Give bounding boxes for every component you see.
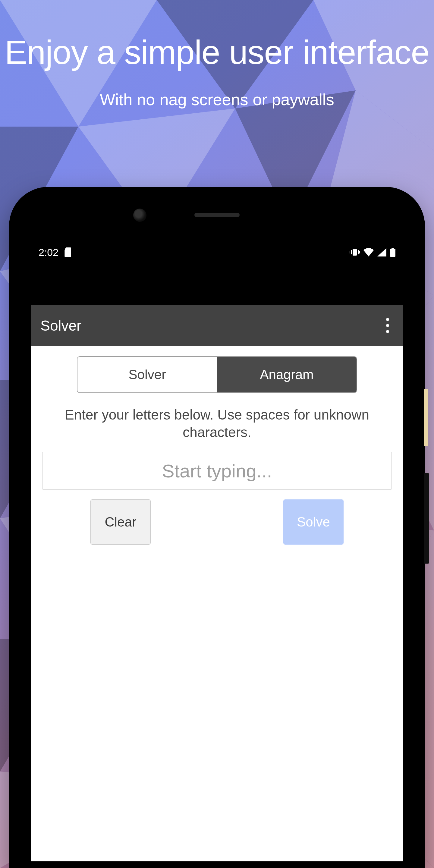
cell-signal-icon	[377, 248, 386, 256]
app-body: Solver Anagram Enter your letters below.…	[31, 346, 403, 861]
status-bar: 2:02	[31, 239, 403, 266]
phone-side-button	[424, 473, 429, 564]
hero-title: Enjoy a simple user interface	[0, 33, 434, 72]
app-title: Solver	[40, 317, 82, 334]
button-label: Clear	[104, 515, 136, 530]
sd-card-icon	[64, 247, 72, 257]
svg-rect-29	[390, 249, 396, 257]
overflow-menu-button[interactable]	[381, 313, 394, 338]
hero-subtitle: With no nag screens or paywalls	[0, 90, 434, 109]
app-spacer	[31, 266, 403, 305]
divider	[31, 555, 403, 555]
button-row: Clear Solve	[42, 499, 392, 545]
status-time: 2:02	[38, 247, 59, 258]
tab-anagram[interactable]: Anagram	[217, 357, 356, 393]
phone-mockup: 2:02 Solver	[9, 187, 425, 868]
letters-input[interactable]	[42, 452, 392, 490]
svg-rect-25	[351, 250, 352, 254]
clear-button[interactable]: Clear	[90, 499, 151, 545]
svg-rect-27	[350, 251, 350, 253]
phone-earpiece	[194, 213, 240, 217]
phone-side-button	[424, 389, 428, 446]
vibrate-icon	[350, 248, 360, 256]
tab-label: Solver	[128, 367, 166, 382]
svg-rect-24	[352, 249, 357, 255]
button-label: Solve	[297, 515, 330, 530]
wifi-icon	[364, 248, 374, 256]
battery-icon	[390, 248, 396, 257]
svg-rect-30	[392, 248, 394, 249]
phone-front-camera	[133, 209, 147, 222]
instruction-text: Enter your letters below. Use spaces for…	[51, 406, 383, 441]
phone-screen: 2:02 Solver	[31, 239, 403, 861]
solve-button[interactable]: Solve	[283, 499, 344, 545]
hero: Enjoy a simple user interface With no na…	[0, 33, 434, 109]
tab-solver[interactable]: Solver	[78, 357, 217, 393]
svg-rect-26	[358, 250, 359, 254]
tab-label: Anagram	[260, 367, 314, 382]
app-bar: Solver	[31, 305, 403, 346]
mode-toggle: Solver Anagram	[77, 356, 357, 393]
svg-rect-28	[359, 251, 360, 253]
